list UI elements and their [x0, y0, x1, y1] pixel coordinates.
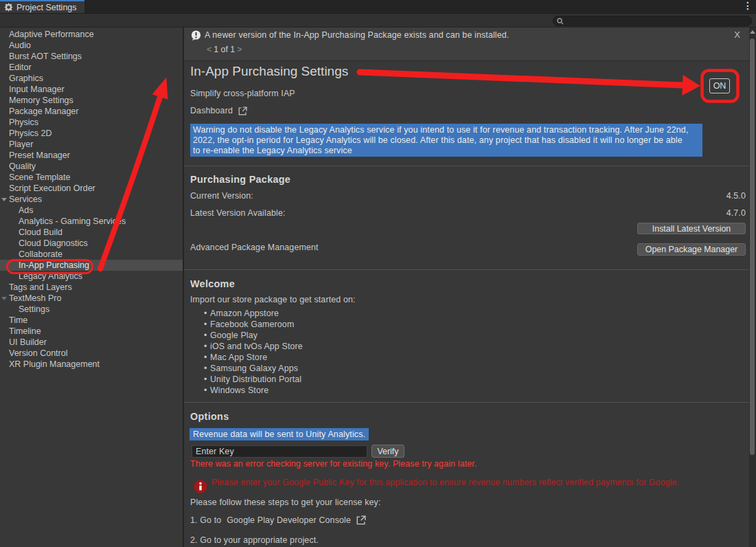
store-list-item: •Unity Distribution Portal: [204, 375, 301, 384]
sidebar-item-collaborate[interactable]: Collaborate: [0, 249, 183, 260]
sidebar-item-xr-plugin-management[interactable]: XR Plugin Management: [0, 359, 183, 370]
bullet-icon: •: [204, 320, 210, 329]
search-box[interactable]: [553, 16, 752, 26]
sidebar-item-player[interactable]: Player: [0, 139, 183, 150]
sidebar-item-textmesh-pro[interactable]: TextMesh Pro: [0, 293, 183, 304]
sidebar-item-legacy-analytics[interactable]: Legacy Analytics: [0, 271, 183, 282]
gear-icon: [4, 3, 13, 12]
sidebar-item-adaptive-performance[interactable]: Adaptive Performance: [0, 29, 183, 40]
notification-message: A newer version of the In-App Purchasing…: [205, 30, 509, 40]
enter-key-input[interactable]: [192, 445, 367, 458]
pager-count: 1 of 1: [214, 45, 235, 54]
tab-project-settings[interactable]: Project Settings: [0, 0, 84, 13]
open-package-manager-button[interactable]: Open Package Manager: [637, 243, 746, 256]
settings-content-panel: A newer version of the In-App Purchasing…: [184, 27, 750, 547]
tab-strip: Project Settings ⋮: [0, 0, 756, 13]
dashboard-label: Dashboard: [190, 106, 233, 115]
search-icon: [557, 18, 564, 25]
foldout-triangle-icon[interactable]: [1, 198, 7, 201]
bullet-icon: •: [204, 331, 210, 340]
service-on-toggle[interactable]: ON: [709, 78, 730, 93]
advanced-package-management-label: Advanced Package Management: [190, 243, 319, 252]
sidebar-item-tags-and-layers[interactable]: Tags and Layers: [0, 282, 183, 293]
sidebar-item-physics[interactable]: Physics: [0, 117, 183, 128]
toolbar: [0, 13, 756, 27]
bullet-icon: •: [204, 353, 210, 362]
sidebar-item-services[interactable]: Services: [0, 194, 183, 205]
store-list-item: •Facebook Gameroom: [204, 320, 294, 329]
store-name: iOS and tvOs App Store: [210, 342, 303, 351]
current-version-value: 4.5.0: [726, 191, 746, 201]
sidebar-item-package-manager[interactable]: Package Manager: [0, 106, 183, 117]
store-name: Google Play: [210, 331, 257, 340]
scroll-up-icon[interactable]: [750, 30, 755, 34]
current-version-label: Current Version:: [190, 191, 253, 201]
notification-close-icon[interactable]: X: [734, 30, 740, 40]
verify-button[interactable]: Verify: [371, 445, 404, 458]
sidebar-item-input-manager[interactable]: Input Manager: [0, 84, 183, 95]
search-input[interactable]: [566, 16, 751, 25]
info-bubble-icon: [191, 30, 201, 41]
pager-next-icon[interactable]: >: [235, 45, 244, 54]
sidebar-item-tmp-settings[interactable]: Settings: [0, 304, 183, 315]
step1-prefix: 1. Go to: [190, 515, 221, 525]
sidebar-item-quality[interactable]: Quality: [0, 161, 183, 172]
sidebar-item-memory-settings[interactable]: Memory Settings: [0, 95, 183, 106]
scrollbar-thumb[interactable]: [750, 38, 755, 455]
sidebar-item-physics-2d[interactable]: Physics 2D: [0, 128, 183, 139]
server-error-text: There was an error checking server for e…: [190, 459, 477, 469]
update-notification-bar: A newer version of the In-App Purchasing…: [184, 27, 750, 61]
section-divider: [184, 402, 750, 403]
bullet-icon: •: [204, 364, 210, 373]
bullet-icon: •: [204, 342, 210, 351]
sidebar-item-analytics-gaming-services[interactable]: Analytics - Gaming Services: [0, 216, 183, 227]
sidebar-item-preset-manager[interactable]: Preset Manager: [0, 150, 183, 161]
sidebar-item-scene-template[interactable]: Scene Template: [0, 172, 183, 183]
window-menu-icon[interactable]: ⋮: [743, 1, 751, 12]
vertical-scrollbar[interactable]: [749, 27, 756, 547]
sidebar-item-script-execution-order[interactable]: Script Execution Order: [0, 183, 183, 194]
welcome-heading: Welcome: [190, 278, 235, 289]
project-settings-window: Project Settings ⋮ Adaptive Performance …: [0, 0, 756, 547]
store-list-item: •iOS and tvOs App Store: [204, 342, 303, 351]
license-step-2: 2. Go to your appropriate project.: [190, 535, 319, 545]
sidebar-item-cloud-build[interactable]: Cloud Build: [0, 227, 183, 238]
bullet-icon: •: [204, 375, 210, 384]
sidebar-item-time[interactable]: Time: [0, 315, 183, 326]
sidebar-item-version-control[interactable]: Version Control: [0, 348, 183, 359]
store-name: Samsung Galaxy Apps: [210, 364, 298, 373]
foldout-triangle-icon[interactable]: [1, 297, 7, 300]
google-play-console-link[interactable]: Google Play Developer Console: [227, 515, 351, 525]
settings-category-list: Adaptive Performance Audio Burst AOT Set…: [0, 27, 183, 547]
store-name: Facebook Gameroom: [210, 320, 294, 329]
store-list-item: •Google Play: [204, 331, 257, 340]
simplify-iap-label: Simplify cross-platform IAP: [190, 89, 295, 98]
sidebar-item-cloud-diagnostics[interactable]: Cloud Diagnostics: [0, 238, 183, 249]
license-step-1: 1. Go to Google Play Developer Console: [190, 515, 366, 525]
install-latest-version-button[interactable]: Install Latest Version: [637, 223, 746, 234]
latest-version-label: Latest Version Available:: [190, 208, 286, 218]
options-heading: Options: [190, 411, 229, 422]
store-name: Amazon Appstore: [210, 309, 279, 318]
sidebar-item-editor[interactable]: Editor: [0, 62, 183, 73]
revenue-note-highlight: Revenue data will be sent to Unity Analy…: [190, 428, 369, 440]
sidebar-item-ui-builder[interactable]: UI Builder: [0, 337, 183, 348]
sidebar-item-label: TextMesh Pro: [9, 293, 61, 303]
sidebar-item-audio[interactable]: Audio: [0, 40, 183, 51]
license-steps-intro: Please follow these steps to get your li…: [190, 498, 381, 507]
sidebar-item-ads[interactable]: Ads: [0, 205, 183, 216]
notification-pager: <1 of 1>: [205, 45, 244, 54]
sidebar-item-graphics[interactable]: Graphics: [0, 73, 183, 84]
section-divider: [184, 166, 750, 166]
error-info-icon: [194, 480, 207, 493]
bullet-icon: •: [204, 386, 210, 395]
sidebar-item-in-app-purchasing[interactable]: In-App Purchasing: [0, 260, 183, 271]
dashboard-link[interactable]: Dashboard: [190, 106, 247, 115]
sidebar-item-timeline[interactable]: Timeline: [0, 326, 183, 337]
latest-version-value: 4.7.0: [726, 208, 746, 218]
pager-prev-icon[interactable]: <: [205, 45, 214, 54]
section-divider: [184, 269, 750, 270]
sidebar-item-burst-aot-settings[interactable]: Burst AOT Settings: [0, 51, 183, 62]
external-link-icon: [356, 515, 366, 525]
page-title: In-App Purchasing Settings: [190, 64, 348, 79]
